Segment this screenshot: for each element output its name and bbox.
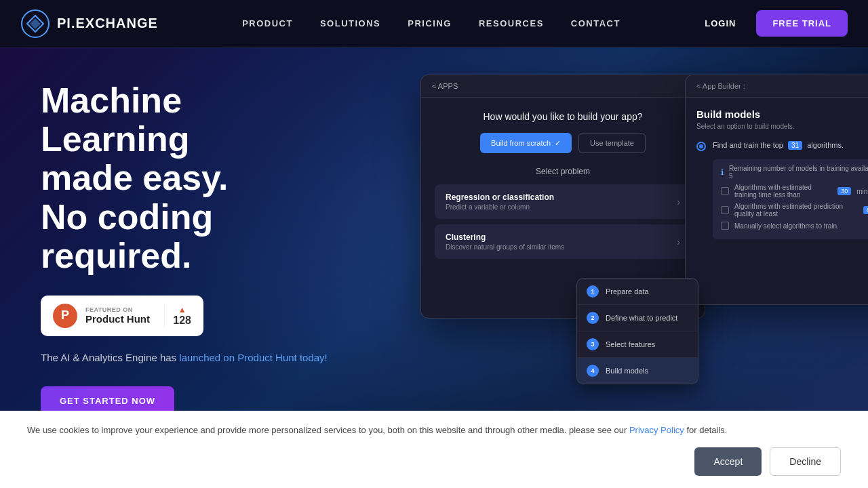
privacy-policy-link[interactable]: Privacy Policy bbox=[629, 425, 684, 435]
dropdown-label-2: Define what to predict bbox=[606, 314, 677, 322]
dropdown-label-1: Prepare data bbox=[606, 287, 649, 296]
cookie-buttons: Accept Decline bbox=[27, 447, 841, 476]
cookie-end-text: for details. bbox=[684, 425, 728, 435]
nav-product[interactable]: PRODUCT bbox=[242, 18, 293, 28]
detail-text-3: Algorithms with estimated prediction qua… bbox=[734, 203, 858, 218]
radio-filled bbox=[699, 144, 703, 148]
step-num-3: 3 bbox=[587, 338, 599, 350]
product-hunt-logo: P bbox=[53, 304, 77, 328]
nav-pricing[interactable]: PRICING bbox=[408, 18, 452, 28]
detail-text-2: Algorithms with estimated training time … bbox=[734, 184, 832, 199]
use-template-button[interactable]: Use template bbox=[578, 133, 646, 153]
checkmark-icon: ✓ bbox=[555, 139, 561, 148]
logo-icon bbox=[20, 9, 50, 39]
mockup-back-nav: < APPS bbox=[432, 82, 458, 90]
upvote-count: 128 bbox=[173, 314, 191, 327]
build-models-title: Build models bbox=[696, 108, 868, 120]
mockup-body: How would you like to build your app? Bu… bbox=[421, 98, 705, 278]
side-breadcrumb: < App Builder : bbox=[696, 82, 745, 90]
hero-title-line3: No coding required. bbox=[41, 197, 213, 275]
nav-links: PRODUCT SOLUTIONS PRICING RESOURCES CONT… bbox=[242, 18, 620, 28]
dropdown-item-4[interactable]: 4 Build models bbox=[577, 358, 698, 384]
product-hunt-text: FEATURED ON Product Hunt bbox=[85, 306, 156, 325]
side-header: < App Builder : bbox=[686, 75, 868, 98]
detail-num-80: 80% bbox=[863, 206, 868, 214]
dropdown-item-2[interactable]: 2 Define what to predict bbox=[577, 305, 698, 331]
chevron-right-icon-2: › bbox=[677, 237, 680, 247]
checkbox-icon-2 bbox=[721, 206, 729, 214]
detail-text-1: Remaining number of models in training a… bbox=[729, 165, 868, 180]
nav-resources[interactable]: RESOURCES bbox=[479, 18, 544, 28]
problem-item-clustering[interactable]: Clustering Discover natural groups of si… bbox=[435, 224, 691, 259]
logo-text: PI.EXCHANGE bbox=[57, 16, 158, 31]
product-hunt-badge[interactable]: P FEATURED ON Product Hunt ▲ 128 bbox=[41, 296, 203, 336]
cookie-text: We use cookies to improve your experienc… bbox=[27, 424, 841, 437]
find-train-label: Find and train the top 31 algorithms. bbox=[713, 141, 844, 149]
checkbox-icon-1 bbox=[721, 187, 729, 195]
hero-content: Machine Learning made easy. No coding re… bbox=[0, 47, 380, 449]
find-train-option: Find and train the top 31 algorithms. bbox=[696, 141, 868, 151]
login-button[interactable]: LOGIN bbox=[705, 18, 736, 28]
dropdown-menu: 1 Prepare data 2 Define what to predict … bbox=[576, 278, 698, 384]
detail-num-30: 30 bbox=[837, 187, 851, 195]
app-mockup: < APPS How would you like to build your … bbox=[420, 75, 868, 400]
select-problem-label: Select problem bbox=[435, 167, 691, 176]
detail-text-4: Manually select algorithms to train. bbox=[734, 222, 839, 230]
detail-suffix-2: minutes. bbox=[856, 188, 868, 195]
build-models-sub: Select an option to build models. bbox=[696, 123, 868, 130]
detail-row-4: Manually select algorithms to train. bbox=[721, 222, 868, 230]
build-from-scratch-button[interactable]: Build from scratch ✓ bbox=[480, 133, 572, 153]
subtitle-link[interactable]: launched on Product Hunt today! bbox=[179, 352, 327, 363]
checkbox-icon-3 bbox=[721, 222, 729, 230]
mockup-question: How would you like to build your app? bbox=[435, 111, 691, 122]
detail-block: ℹ Remaining number of models in training… bbox=[713, 159, 868, 239]
chevron-right-icon: › bbox=[677, 197, 680, 207]
info-icon: ℹ bbox=[721, 168, 724, 177]
upvote-arrow: ▲ bbox=[178, 305, 186, 314]
detail-row-1: ℹ Remaining number of models in training… bbox=[721, 165, 868, 180]
dropdown-label-3: Select features bbox=[606, 340, 655, 348]
side-body: Build models Select an option to build m… bbox=[686, 98, 868, 256]
step-num-2: 2 bbox=[587, 312, 599, 324]
dropdown-item-3[interactable]: 3 Select features bbox=[577, 331, 698, 358]
mockup-side-window: < App Builder : Build models Select an o… bbox=[685, 75, 868, 305]
hero-title: Machine Learning made easy. No coding re… bbox=[41, 81, 339, 275]
nav-solutions[interactable]: SOLUTIONS bbox=[320, 18, 380, 28]
build-scratch-label: Build from scratch bbox=[491, 139, 551, 147]
mockup-options: Build from scratch ✓ Use template bbox=[435, 133, 691, 153]
featured-on-label: FEATURED ON bbox=[85, 306, 156, 313]
product-hunt-count: ▲ 128 bbox=[164, 305, 191, 327]
decline-button[interactable]: Decline bbox=[770, 447, 841, 476]
step-num-4: 4 bbox=[587, 365, 599, 377]
radio-icon bbox=[696, 142, 706, 151]
step-num-1: 1 bbox=[587, 285, 599, 298]
detail-row-2: Algorithms with estimated training time … bbox=[721, 184, 868, 199]
problem-info-clustering: Clustering Discover natural groups of si… bbox=[446, 232, 564, 251]
accept-button[interactable]: Accept bbox=[694, 447, 762, 476]
hero-subtitle: The AI & Analytics Engine has launched o… bbox=[41, 350, 339, 366]
hero-title-line2: made easy. bbox=[41, 158, 229, 197]
mockup-header: < APPS bbox=[421, 75, 705, 98]
problem-title-clustering: Clustering bbox=[446, 232, 564, 242]
free-trial-button[interactable]: FREE TRIAL bbox=[756, 10, 848, 37]
navbar: PI.EXCHANGE PRODUCT SOLUTIONS PRICING RE… bbox=[0, 0, 868, 47]
problem-sub-regression: Predict a variable or column bbox=[446, 203, 554, 211]
dropdown-item-1[interactable]: 1 Prepare data bbox=[577, 279, 698, 305]
cookie-banner: We use cookies to improve your experienc… bbox=[0, 411, 868, 489]
dropdown-label-4: Build models bbox=[606, 367, 648, 375]
problem-sub-clustering: Discover natural groups of similar items bbox=[446, 243, 564, 251]
nav-contact[interactable]: CONTACT bbox=[571, 18, 620, 28]
logo[interactable]: PI.EXCHANGE bbox=[20, 9, 158, 39]
cookie-static-text: We use cookies to improve your experienc… bbox=[27, 425, 629, 435]
problem-title-regression: Regression or classification bbox=[446, 192, 554, 202]
problem-item-regression[interactable]: Regression or classification Predict a v… bbox=[435, 184, 691, 219]
nav-right: LOGIN FREE TRIAL bbox=[705, 10, 848, 37]
hero-title-line1: Machine Learning bbox=[41, 81, 190, 159]
problem-info: Regression or classification Predict a v… bbox=[446, 192, 554, 211]
subtitle-static-text: The AI & Analytics Engine has bbox=[41, 352, 179, 363]
detail-row-3: Algorithms with estimated prediction qua… bbox=[721, 203, 868, 218]
product-hunt-name: Product Hunt bbox=[85, 313, 156, 325]
